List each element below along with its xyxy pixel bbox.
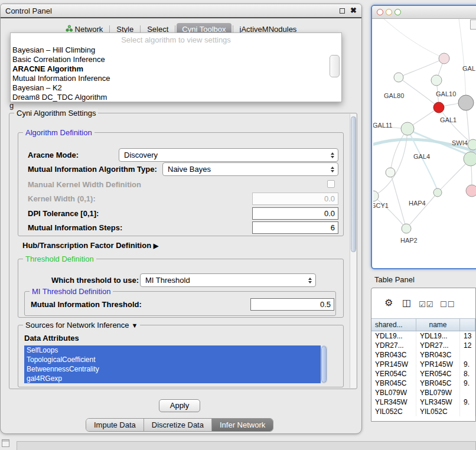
attribute-item-gal4rgexp[interactable]: gal4RGexp — [24, 374, 321, 383]
close-traffic-light[interactable] — [377, 9, 383, 15]
table-row[interactable]: YBL079WYBL079W — [371, 388, 475, 397]
network-node[interactable] — [464, 152, 476, 166]
manual-kernel-label: Manual Kernel Width Definition — [28, 180, 141, 189]
table-row[interactable]: YBR045CYBR045C9. — [371, 379, 475, 388]
aracne-mode-label: Aracne Mode: — [28, 151, 79, 159]
aracne-mode-select[interactable]: Discovery — [119, 148, 338, 162]
tab-separator — [140, 25, 141, 33]
network-node[interactable] — [394, 73, 403, 82]
algorithm-popup-list: Bayesian – Hill ClimbingBasic Correlatio… — [11, 45, 341, 102]
node-label-gal80: GAL80 — [384, 92, 404, 99]
apply-button[interactable]: Apply — [159, 399, 200, 412]
sources-group: Sources for Network Inference ▼ Data Att… — [18, 325, 344, 387]
bottom-tab-impute-data[interactable]: Impute Data — [86, 419, 144, 431]
control-panel-window: Control Panel ✖ NetworkStyleSelectCyni T… — [0, 4, 362, 434]
network-window-titlebar[interactable] — [372, 6, 476, 19]
which-threshold-value: MI Threshold — [145, 276, 190, 285]
desktop: Control Panel ✖ NetworkStyleSelectCyni T… — [0, 0, 476, 450]
network-node[interactable] — [468, 139, 476, 150]
table-body: YDL19...YDL19...13YDR27...YDR27...12YBR0… — [371, 331, 475, 421]
columns-icon[interactable]: ◫ — [402, 298, 411, 308]
network-node[interactable] — [458, 95, 474, 110]
algorithm-option-dream8-dc-tdc-algorithm[interactable]: Dream8 DC_TDC Algorithm — [11, 93, 341, 102]
attribute-item-topologicalcoefficient[interactable]: TopologicalCoefficient — [24, 355, 321, 364]
attributes-scrollbar[interactable] — [321, 345, 327, 383]
table-row[interactable]: YDL19...YDL19...13 — [371, 331, 475, 341]
network-node[interactable] — [466, 185, 476, 197]
network-node[interactable] — [433, 102, 444, 113]
mi-type-label: Mutual Information Algorithm Type: — [28, 165, 157, 174]
bottom-tab-discretize-data[interactable]: Discretize Data — [144, 419, 212, 431]
network-svg[interactable]: GALGAL80GAL10GAL11GAL1SWI4GAL4GCY1HAP4HA… — [373, 19, 476, 268]
settings-scrollbar-thumb[interactable] — [351, 116, 356, 252]
float-window-icon[interactable] — [340, 8, 345, 14]
network-node[interactable] — [401, 122, 414, 135]
tab-separator — [233, 25, 233, 33]
algorithm-option-basic-correlation-inference[interactable]: Basic Correlation Inference — [11, 55, 341, 64]
minimize-traffic-light[interactable] — [386, 9, 392, 15]
mi-type-select[interactable]: Naive Bayes — [162, 162, 338, 176]
column-header[interactable]: shared... — [371, 319, 416, 331]
node-label-hap2: HAP2 — [400, 237, 418, 244]
kernel-width-field[interactable] — [252, 193, 338, 205]
table-cell: 9. — [460, 360, 475, 369]
mi-steps-field[interactable] — [252, 221, 338, 234]
popup-scrollbar-thumb[interactable] — [330, 55, 340, 77]
table-row[interactable]: YLR345WYLR345W9. — [371, 397, 475, 407]
table-row[interactable]: YER054CYER054C8. — [371, 369, 475, 379]
algorithm-option-bayesian-k2[interactable]: Bayesian – K2 — [11, 83, 341, 93]
network-edge — [407, 129, 438, 191]
attributes-scrollbar-thumb[interactable] — [321, 346, 327, 383]
bottom-strip — [17, 441, 476, 450]
algorithm-popup-placeholder: Select algorithm to view settings — [11, 35, 341, 45]
gear-icon[interactable]: ⚙ — [384, 298, 393, 308]
table-cell: YBR043C — [416, 350, 460, 360]
manual-kernel-checkbox[interactable] — [327, 180, 335, 188]
select-all-icon[interactable]: ☑☑ — [419, 300, 433, 309]
table-cell: YBR045C — [416, 379, 460, 388]
combo-arrows-icon — [331, 152, 338, 158]
table-row[interactable]: YBR043CYBR043C — [371, 350, 475, 360]
table-cell: 12 — [460, 341, 475, 350]
close-icon[interactable]: ✖ — [350, 8, 357, 14]
which-threshold-select[interactable]: MI Threshold — [140, 273, 316, 287]
network-node[interactable] — [439, 53, 449, 64]
hub-definition-toggle[interactable]: Hub/Transcription Factor Definition ▶ — [22, 241, 158, 250]
zoom-traffic-light[interactable] — [395, 9, 401, 15]
attribute-item-betweennesscentrality[interactable]: BetweennessCentrality — [24, 364, 321, 374]
threshold-definition-group: Threshold Definition Which threshold to … — [18, 259, 344, 318]
aracne-mode-value: Discovery — [124, 151, 158, 159]
algorithm-option-mutual-information-inference[interactable]: Mutual Information Inference — [11, 74, 341, 83]
attribute-item-selfloops[interactable]: SelfLoops — [24, 345, 321, 355]
mi-type-value: Naive Bayes — [168, 165, 211, 174]
deselect-all-icon[interactable]: ☐☐ — [440, 300, 455, 309]
algorithm-option-bayesian-hill-climbing[interactable]: Bayesian – Hill Climbing — [11, 45, 341, 55]
mi-threshold-field[interactable] — [250, 298, 334, 311]
dpi-tolerance-field[interactable] — [252, 207, 338, 220]
network-scroll-corner[interactable] — [470, 19, 476, 30]
bottom-tab-bar: Impute DataDiscretize DataInfer Network — [86, 418, 273, 432]
network-node[interactable] — [386, 168, 395, 177]
column-header[interactable]: name — [416, 319, 460, 331]
table-cell: 9. — [460, 379, 475, 388]
table-row[interactable]: YPR145WYPR145W9. — [371, 360, 475, 369]
table-cell: YBL079W — [416, 388, 460, 397]
sources-title[interactable]: Sources for Network Inference ▼ — [23, 321, 140, 330]
algorithm-option-aracne-algorithm[interactable]: ARACNE Algorithm — [11, 64, 341, 74]
network-node[interactable] — [402, 224, 411, 233]
table-cell: YPR145W — [416, 360, 460, 369]
network-view-window: GALGAL80GAL10GAL11GAL1SWI4GAL4GCY1HAP4HA… — [371, 5, 476, 269]
node-label-gal10: GAL10 — [436, 90, 456, 97]
settings-scrollbar[interactable] — [350, 114, 356, 388]
mi-threshold-group: MI Threshold Definition Mutual Informati… — [24, 291, 336, 316]
cyni-algorithm-settings-group: Cyni Algorithm Settings Algorithm Defini… — [9, 113, 357, 389]
network-node[interactable] — [433, 188, 442, 197]
network-node[interactable] — [431, 75, 442, 86]
table-row[interactable]: YIL052CYIL052C — [371, 407, 475, 416]
column-header[interactable] — [460, 319, 475, 331]
control-panel-titlebar[interactable]: Control Panel ✖ — [1, 4, 361, 18]
minimized-window-icon[interactable] — [2, 439, 9, 447]
table-row[interactable]: YDR27...YDR27...12 — [371, 341, 475, 350]
table-header-row: shared...name — [371, 318, 475, 331]
bottom-tab-infer-network[interactable]: Infer Network — [212, 419, 273, 431]
